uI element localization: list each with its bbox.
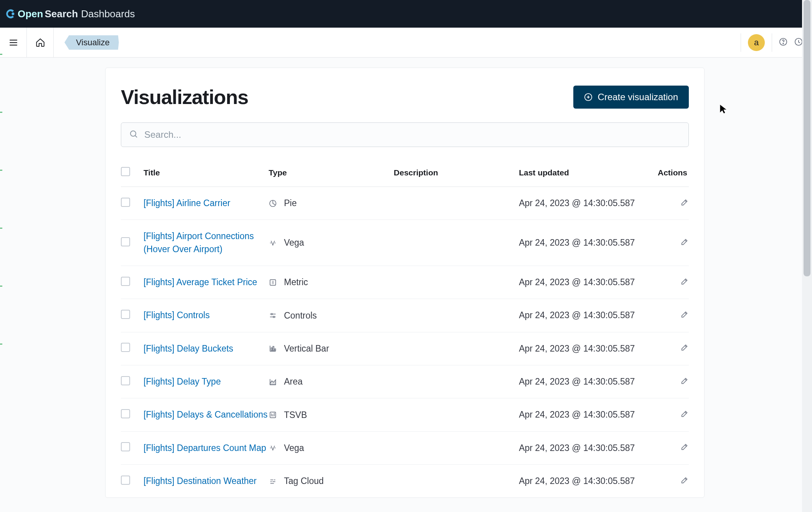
home-button[interactable] xyxy=(27,28,54,57)
updated-cell: Apr 24, 2023 @ 14:30:05.587 xyxy=(519,410,635,420)
table-row: [Flights] Airport Connections (Hover Ove… xyxy=(121,220,689,266)
row-checkbox[interactable] xyxy=(121,442,130,451)
col-description[interactable]: Description xyxy=(394,160,519,187)
updated-cell: Apr 24, 2023 @ 14:30:05.587 xyxy=(519,198,635,208)
tsvb-icon xyxy=(269,411,278,419)
avatar[interactable]: a xyxy=(748,34,765,51)
edit-icon[interactable] xyxy=(680,277,689,287)
vega-icon xyxy=(269,444,278,452)
type-label: Tag Cloud xyxy=(284,476,324,486)
visualization-title-link[interactable]: [Flights] Delay Buckets xyxy=(144,344,233,353)
area-icon xyxy=(269,378,278,386)
updated-cell: Apr 24, 2023 @ 14:30:05.587 xyxy=(519,310,635,320)
svg-point-16 xyxy=(271,314,272,315)
table-row: [Flights] Delays & CancellationsTSVBApr … xyxy=(121,398,689,431)
table-row: [Flights] Delay BucketsVertical BarApr 2… xyxy=(121,332,689,365)
vega-icon xyxy=(269,239,278,247)
row-checkbox[interactable] xyxy=(121,198,130,207)
updated-cell: Apr 24, 2023 @ 14:30:05.587 xyxy=(519,377,635,386)
visualization-title-link[interactable]: [Flights] Airport Connections (Hover Ove… xyxy=(144,231,254,254)
visualization-title-link[interactable]: [Flights] Airline Carrier xyxy=(144,198,230,208)
updated-cell: Apr 24, 2023 @ 14:30:05.587 xyxy=(519,344,635,353)
nav-bar: Visualize a xyxy=(0,28,812,58)
edit-icon[interactable] xyxy=(680,377,689,387)
updated-cell: Apr 24, 2023 @ 14:30:05.587 xyxy=(519,277,635,287)
row-checkbox[interactable] xyxy=(121,376,130,385)
help-icon[interactable] xyxy=(779,38,787,48)
type-label: Vega xyxy=(284,238,304,248)
edit-icon[interactable] xyxy=(680,238,689,248)
table-row: [Flights] Destination WeatherTag CloudAp… xyxy=(121,465,689,498)
scrollbar-track[interactable] xyxy=(802,0,812,512)
row-checkbox[interactable] xyxy=(121,409,130,418)
col-updated[interactable]: Last updated xyxy=(519,160,656,187)
search-box[interactable] xyxy=(121,122,689,147)
updated-cell: Apr 24, 2023 @ 14:30:05.587 xyxy=(519,476,635,486)
svg-line-11 xyxy=(135,135,137,137)
nav-divider xyxy=(741,33,741,52)
edit-icon[interactable] xyxy=(680,476,689,486)
search-icon xyxy=(129,129,138,140)
brand-logo[interactable]: OpenSearch Dashboards xyxy=(5,8,135,20)
visualization-title-link[interactable]: [Flights] Average Ticket Price xyxy=(144,277,257,287)
table-row: [Flights] Average Ticket Price8MetricApr… xyxy=(121,266,689,299)
type-label: Pie xyxy=(284,198,297,208)
nav-divider xyxy=(772,33,772,52)
visualization-title-link[interactable]: [Flights] Controls xyxy=(144,310,210,320)
edit-icon[interactable] xyxy=(680,198,689,208)
type-label: Vertical Bar xyxy=(284,344,329,354)
brand-dashboards: Dashboards xyxy=(81,8,135,20)
pie-icon xyxy=(269,199,278,208)
left-tick-marks xyxy=(0,54,2,401)
plus-circle-icon xyxy=(584,93,592,101)
svg-text:8: 8 xyxy=(272,280,274,284)
type-label: Metric xyxy=(284,277,308,287)
top-header: OpenSearch Dashboards xyxy=(0,0,812,28)
opensearch-swirl-icon xyxy=(5,8,16,19)
table-row: [Flights] Departures Count MapVegaApr 24… xyxy=(121,431,689,464)
type-label: Controls xyxy=(284,311,317,321)
updated-cell: Apr 24, 2023 @ 14:30:05.587 xyxy=(519,443,635,453)
row-checkbox[interactable] xyxy=(121,343,130,352)
page-title: Visualizations xyxy=(121,86,248,109)
metric-icon: 8 xyxy=(269,278,278,287)
edit-icon[interactable] xyxy=(680,311,689,320)
table-row: [Flights] ControlsControlsApr 24, 2023 @… xyxy=(121,299,689,332)
visualization-title-link[interactable]: [Flights] Delays & Cancellations xyxy=(144,410,267,420)
edit-icon[interactable] xyxy=(680,410,689,420)
table-row: [Flights] Delay TypeAreaApr 24, 2023 @ 1… xyxy=(121,365,689,398)
svg-rect-19 xyxy=(271,348,272,351)
row-checkbox[interactable] xyxy=(121,237,130,246)
svg-point-10 xyxy=(130,131,136,136)
type-label: Area xyxy=(284,377,303,387)
type-label: TSVB xyxy=(284,410,307,420)
brand-open: Open xyxy=(18,8,43,20)
visualization-title-link[interactable]: [Flights] Destination Weather xyxy=(144,476,257,486)
hamburger-menu-button[interactable] xyxy=(0,28,27,57)
create-visualization-label: Create visualization xyxy=(598,92,678,102)
col-title[interactable]: Title xyxy=(144,160,269,187)
col-actions: Actions xyxy=(656,160,689,187)
table-row: [Flights] Airline CarrierPieApr 24, 2023… xyxy=(121,187,689,220)
svg-rect-21 xyxy=(275,349,276,351)
edit-icon[interactable] xyxy=(680,344,689,353)
visualization-title-link[interactable]: [Flights] Delay Type xyxy=(144,377,221,386)
row-checkbox[interactable] xyxy=(121,277,130,286)
breadcrumb: Visualize xyxy=(54,35,119,50)
breadcrumb-visualize[interactable]: Visualize xyxy=(64,35,119,50)
row-checkbox[interactable] xyxy=(121,310,130,319)
tagcloud-icon xyxy=(269,477,278,486)
brand-search: Search xyxy=(45,8,78,20)
col-type[interactable]: Type xyxy=(269,160,394,187)
select-all-checkbox[interactable] xyxy=(121,167,130,176)
svg-rect-20 xyxy=(273,347,274,351)
svg-point-18 xyxy=(273,316,275,318)
search-input[interactable] xyxy=(144,129,681,140)
updates-icon[interactable] xyxy=(794,38,803,48)
visualization-title-link[interactable]: [Flights] Departures Count Map xyxy=(144,443,266,453)
create-visualization-button[interactable]: Create visualization xyxy=(573,86,689,109)
edit-icon[interactable] xyxy=(680,443,689,453)
updated-cell: Apr 24, 2023 @ 14:30:05.587 xyxy=(519,238,635,248)
row-checkbox[interactable] xyxy=(121,476,130,485)
scrollbar-thumb[interactable] xyxy=(804,0,810,276)
